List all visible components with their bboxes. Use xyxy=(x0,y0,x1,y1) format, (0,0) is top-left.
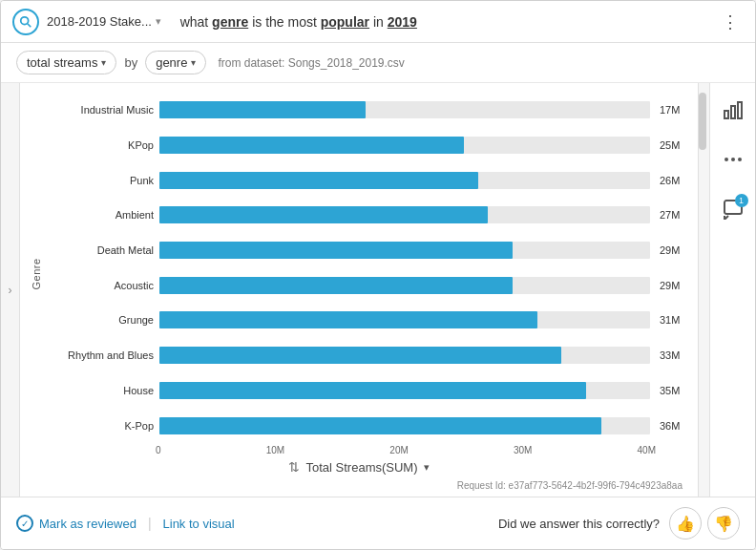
bar-value: 29M xyxy=(660,280,690,291)
comment-button[interactable]: 1 xyxy=(716,192,750,226)
bar-value: 26M xyxy=(660,175,690,186)
x-tick: 40M xyxy=(638,445,656,455)
metric-filter-pill[interactable]: total streams ▾ xyxy=(16,51,116,74)
filter-bar: total streams ▾ by genre ▾ from dataset:… xyxy=(1,43,755,83)
x-tick: 0 xyxy=(156,445,161,455)
y-axis-label-container: Genre xyxy=(28,93,45,455)
chart-inner: Industrial Music 17M KPop 25M Punk 26M A… xyxy=(45,93,690,455)
x-tick: 10M xyxy=(266,445,284,455)
table-row: Industrial Music 17M xyxy=(49,97,690,122)
x-axis-title: ⇅ Total Streams(SUM) ▾ xyxy=(28,455,690,478)
chart-wrapper: Genre Industrial Music 17M KPop 25M Punk xyxy=(20,83,698,497)
table-row: Death Metal 29M xyxy=(49,238,690,263)
footer-divider: | xyxy=(148,516,152,531)
bar-fill xyxy=(159,382,586,399)
table-row: K-Pop 36M xyxy=(49,413,690,438)
bar-fill xyxy=(159,172,478,189)
bar-label: House xyxy=(49,385,154,396)
bar-fill xyxy=(159,101,366,118)
table-row: Acoustic 29M xyxy=(49,273,690,298)
x-tick: 20M xyxy=(389,445,408,455)
feedback-buttons: 👍 👎 xyxy=(669,507,740,539)
table-row: Rhythm and Blues 33M xyxy=(49,343,690,368)
bar-track xyxy=(159,137,650,154)
header-more-button[interactable]: ⋮ xyxy=(717,9,744,35)
bar-fill xyxy=(159,311,537,328)
bar-fill xyxy=(159,242,513,259)
svg-line-1 xyxy=(28,23,32,27)
table-row: House 35M xyxy=(49,378,690,403)
bar-label: Grunge xyxy=(49,314,154,326)
mark-reviewed-button[interactable]: ✓ Mark as reviewed xyxy=(16,515,136,532)
bar-track xyxy=(159,206,650,223)
bar-track xyxy=(159,311,650,328)
bar-label: K-Pop xyxy=(49,420,154,432)
bar-label: Punk xyxy=(49,175,154,186)
request-id: Request Id: e37af773-5642-4b2f-99f6-794c… xyxy=(28,478,690,493)
footer-left: ✓ Mark as reviewed | Link to visual xyxy=(16,515,235,532)
group-filter-pill[interactable]: genre ▾ xyxy=(145,51,206,74)
bar-track xyxy=(159,382,650,399)
header-bar: 2018-2019 Stake... ▾ what genre is the m… xyxy=(1,1,755,43)
bars-area: Industrial Music 17M KPop 25M Punk 26M A… xyxy=(45,93,690,443)
comment-badge: 1 xyxy=(735,194,748,207)
metric-chevron-icon: ▾ xyxy=(101,57,106,68)
feedback-question: Did we answer this correctly? xyxy=(498,517,660,531)
footer: ✓ Mark as reviewed | Link to visual Did … xyxy=(1,497,755,549)
bar-value: 36M xyxy=(660,420,690,432)
scrollbar-thumb[interactable] xyxy=(699,93,706,150)
bar-label: Death Metal xyxy=(49,244,154,256)
scrollbar-track[interactable] xyxy=(698,83,709,497)
bar-fill xyxy=(159,347,561,364)
left-chevron-icon: › xyxy=(9,284,12,297)
bar-label: Rhythm and Blues xyxy=(49,349,154,361)
sort-icon: ⇅ xyxy=(288,459,300,475)
x-axis-chevron-icon[interactable]: ▾ xyxy=(424,461,430,474)
breadcrumb[interactable]: 2018-2019 Stake... ▾ xyxy=(47,14,161,29)
bar-value: 25M xyxy=(660,139,690,151)
bar-label: KPop xyxy=(49,139,154,151)
svg-point-6 xyxy=(731,158,735,161)
svg-point-5 xyxy=(724,158,728,161)
bar-fill xyxy=(159,206,488,223)
svg-rect-4 xyxy=(738,102,742,118)
bar-track xyxy=(159,277,650,294)
more-options-button[interactable] xyxy=(716,142,750,177)
bar-track xyxy=(159,242,650,259)
y-axis-label: Genre xyxy=(31,258,42,289)
x-tick: 30M xyxy=(514,445,532,455)
check-icon: ✓ xyxy=(16,515,33,532)
thumbs-down-button[interactable]: 👎 xyxy=(707,507,740,539)
main-container: 2018-2019 Stake... ▾ what genre is the m… xyxy=(0,0,756,550)
link-visual-button[interactable]: Link to visual xyxy=(163,517,235,531)
bar-track xyxy=(159,347,650,364)
bar-label: Acoustic xyxy=(49,280,154,291)
thumbs-up-button[interactable]: 👍 xyxy=(669,507,702,539)
bar-value: 33M xyxy=(660,349,690,361)
bar-value: 35M xyxy=(660,385,690,396)
bar-fill xyxy=(159,417,601,434)
bar-value: 29M xyxy=(660,244,690,256)
svg-rect-2 xyxy=(724,111,728,118)
query-text: what genre is the most popular in 2019 xyxy=(173,14,717,30)
bar-track xyxy=(159,101,650,118)
chart-type-button[interactable] xyxy=(716,93,750,127)
bar-track xyxy=(159,417,650,434)
breadcrumb-chevron-icon[interactable]: ▾ xyxy=(156,15,161,28)
left-collapse-button[interactable]: › xyxy=(1,83,20,497)
bar-fill xyxy=(159,277,513,294)
x-axis: 010M20M30M40M xyxy=(156,443,690,455)
content-area: › Genre Industrial Music 17M KPop xyxy=(1,83,755,497)
bar-label: Industrial Music xyxy=(49,104,154,116)
table-row: Grunge 31M xyxy=(49,307,690,332)
bar-value: 31M xyxy=(660,314,690,326)
search-icon xyxy=(12,9,39,35)
x-axis-title-label: Total Streams(SUM) xyxy=(305,460,417,475)
chart-container: Genre Industrial Music 17M KPop 25M Punk xyxy=(28,93,690,455)
svg-rect-3 xyxy=(731,106,735,118)
dataset-info: from dataset: Songs_2018_2019.csv xyxy=(218,56,404,70)
table-row: Ambient 27M xyxy=(49,202,690,227)
bar-fill xyxy=(159,137,464,154)
group-chevron-icon: ▾ xyxy=(191,57,196,68)
footer-right: Did we answer this correctly? 👍 👎 xyxy=(498,507,740,539)
